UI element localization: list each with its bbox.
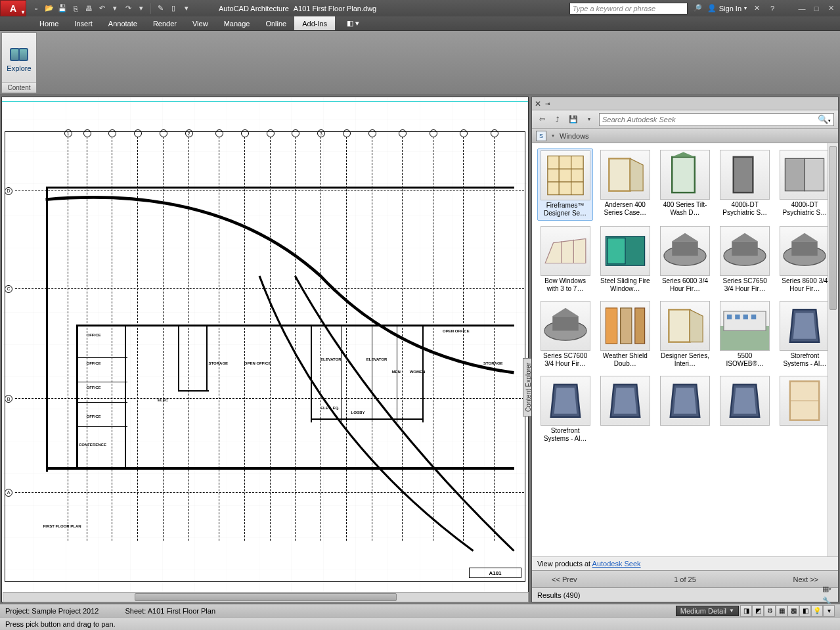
product-label (659, 427, 711, 444)
svg-rect-5 (609, 158, 630, 191)
menu-manage[interactable]: Manage (216, 16, 258, 30)
product-tile[interactable] (777, 374, 833, 445)
product-tile[interactable]: Steel Sliding Fire Window… (597, 225, 653, 296)
product-tile[interactable] (597, 374, 653, 445)
product-tile[interactable]: 5500 ISOWEB®… (717, 300, 773, 371)
seek-search-input[interactable]: 🔍▾ (599, 113, 834, 126)
svg-marker-24 (792, 233, 818, 241)
undo-icon[interactable]: ↶ (96, 3, 108, 14)
page-indicator: 1 of 25 (674, 575, 696, 583)
seek-logo-icon[interactable]: S (536, 131, 546, 141)
product-tile[interactable]: Fireframes™ Designer Se… (537, 148, 593, 221)
tray-icon-1[interactable]: ◨ (740, 605, 752, 617)
help-icon[interactable]: ? (766, 3, 778, 14)
signin-button[interactable]: 👤Sign In▾ (707, 4, 747, 12)
prev-button[interactable]: << Prev (552, 575, 577, 583)
product-tile[interactable]: Andersen 400 Series Case… (597, 148, 653, 221)
save-icon[interactable]: 💾 (56, 3, 68, 14)
menu-view[interactable]: View (185, 16, 216, 30)
drawing-canvas[interactable]: 1 2 3 D C B A (1, 97, 529, 602)
product-tile[interactable]: Series 6000 3/4 Hour Fir… (657, 225, 713, 296)
product-tile[interactable]: Series 8600 3/4 Hour Fir… (777, 225, 833, 296)
next-button[interactable]: Next >> (793, 575, 818, 583)
command-prompt: Press pick button and drag to pan. (5, 620, 116, 628)
svg-marker-46 (674, 388, 697, 413)
back-icon[interactable]: ⇦ (536, 114, 548, 125)
person-icon: 👤 (707, 4, 717, 12)
open-icon[interactable]: 📂 (43, 3, 55, 14)
tray-icon-3[interactable]: ⚙ (764, 605, 776, 617)
tray-icon-7[interactable]: 💡 (811, 605, 823, 617)
product-tile[interactable]: 400 Series Tilt-Wash D… (657, 148, 713, 221)
app-menu-button[interactable]: A (0, 0, 26, 16)
menu-home[interactable]: Home (32, 16, 66, 30)
tray-menu-icon[interactable]: ▾ (823, 605, 835, 617)
device-icon[interactable]: ▯ (167, 3, 179, 14)
product-tile[interactable] (657, 374, 713, 445)
dropdown-icon[interactable]: ▾ (583, 114, 595, 125)
titlebar: A ▫ 📂 💾 ⎘ 🖶 ↶ ▾ ↷ ▾ ✎ ▯ ▾ AutoCAD Archit… (0, 0, 840, 16)
quick-access-toolbar: ▫ 📂 💾 ⎘ 🖶 ↶ ▾ ↷ ▾ ✎ ▯ ▾ (30, 3, 192, 14)
exchange-icon[interactable]: ✕ (751, 3, 763, 14)
tray-icon-6[interactable]: ◧ (799, 605, 811, 617)
saveas-icon[interactable]: ⎘ (70, 3, 81, 14)
print-icon[interactable]: 🖶 (83, 3, 95, 14)
disk-icon[interactable]: 💾 (567, 114, 579, 125)
undo-more-icon[interactable]: ▾ (109, 3, 121, 14)
product-tile[interactable]: 4000i-DT Psychiatric S… (717, 148, 773, 221)
product-tile[interactable]: Storefront Systems - Al… (777, 300, 833, 371)
svg-marker-21 (732, 233, 757, 241)
results-grid[interactable]: Fireframes™ Designer Se…Andersen 400 Ser… (532, 143, 838, 556)
product-tile[interactable]: Weather Shield Doub… (597, 300, 653, 371)
svg-rect-15 (608, 238, 625, 263)
main-workspace: 1 2 3 D C B A (0, 95, 840, 604)
explore-button[interactable]: Explore (4, 33, 33, 82)
redo-icon[interactable]: ↷ (122, 3, 134, 14)
search-go-icon[interactable]: 🔎 (692, 3, 703, 14)
wand-icon[interactable]: ✎ (154, 3, 166, 14)
autodesk-seek-link[interactable]: Autodesk Seek (592, 560, 641, 568)
close-button[interactable]: ✕ (824, 3, 837, 14)
svg-rect-20 (732, 241, 757, 256)
product-tile[interactable]: Designer Series, Interi… (657, 300, 713, 371)
panel-close-icon[interactable]: ✕ (535, 99, 541, 108)
svg-rect-23 (792, 241, 818, 256)
dropdown-icon[interactable]: ▾ (181, 3, 192, 14)
product-tile[interactable] (717, 374, 773, 445)
tray-icon-5[interactable]: ▩ (787, 605, 799, 617)
new-icon[interactable]: ▫ (30, 3, 42, 14)
product-tile[interactable]: Bow Windows with 3 to 7… (537, 225, 593, 296)
redo-more-icon[interactable]: ▾ (135, 3, 147, 14)
product-tile[interactable]: 4000i-DT Psychiatric S… (777, 148, 833, 221)
maximize-button[interactable]: □ (810, 3, 823, 14)
results-scrollbar[interactable] (828, 143, 838, 556)
help-search-input[interactable]: Type a keyword or phrase (569, 3, 688, 14)
minimize-button[interactable]: — (795, 3, 808, 14)
up-icon[interactable]: ⤴ (552, 114, 564, 125)
tray-icon-2[interactable]: ◩ (752, 605, 764, 617)
menu-addins[interactable]: Add-Ins (294, 16, 335, 30)
product-thumbnail (720, 226, 770, 276)
search-icon[interactable]: 🔍▾ (818, 114, 831, 124)
menu-insert[interactable]: Insert (66, 16, 100, 30)
product-label: 4000i-DT Psychiatric S… (719, 201, 770, 218)
drawing-frame (5, 131, 525, 582)
product-thumbnail (780, 226, 829, 276)
product-tile[interactable]: Series SC7650 3/4 Hour Fir… (717, 225, 773, 296)
svg-rect-30 (635, 308, 645, 344)
product-tile[interactable]: Storefront Systems - Al… (537, 374, 593, 445)
detail-level-combo[interactable]: Medium Detail▼ (676, 606, 739, 616)
product-thumbnail (600, 301, 650, 351)
product-tile[interactable]: Series SC7600 3/4 Hour Fir… (537, 300, 593, 371)
tray-icon-4[interactable]: ▦ (776, 605, 787, 617)
product-thumbnail (541, 226, 590, 276)
seek-search-field[interactable] (602, 116, 818, 124)
panel-pin-icon[interactable]: ⇥ (545, 101, 550, 107)
menu-online[interactable]: Online (257, 16, 294, 30)
canvas-hscrollbar[interactable] (3, 592, 529, 602)
product-label: 4000i-DT Psychiatric S… (779, 201, 830, 218)
view-mode-icon[interactable]: ▦▾ (821, 583, 833, 595)
menu-annotate[interactable]: Annotate (100, 16, 145, 30)
menu-express[interactable]: ◧ ▾ (340, 16, 366, 30)
menu-render[interactable]: Render (145, 16, 185, 30)
